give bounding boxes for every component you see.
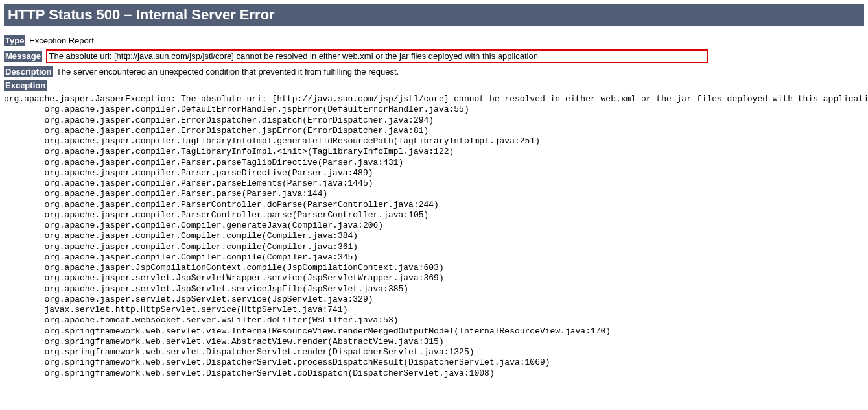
exception-label: Exception <box>4 80 47 91</box>
type-label: Type <box>4 35 25 46</box>
divider <box>4 29 864 29</box>
description-value: The server encountered an unexpected con… <box>56 67 399 77</box>
message-label: Message <box>4 51 42 62</box>
type-value: Exception Report <box>29 36 94 45</box>
exception-line: Exception <box>4 80 864 90</box>
page-title: HTTP Status 500 – Internal Server Error <box>4 4 864 26</box>
message-line: Message The absolute uri: [http://java.s… <box>4 49 864 63</box>
description-label: Description <box>4 66 53 77</box>
description-line: Description The server encountered an un… <box>4 67 864 77</box>
message-value: The absolute uri: [http://java.sun.com/j… <box>49 51 538 61</box>
stacktrace: org.apache.jasper.JasperException: The a… <box>4 94 864 379</box>
type-line: Type Exception Report <box>4 36 864 45</box>
message-highlight: The absolute uri: [http://java.sun.com/j… <box>46 49 708 63</box>
